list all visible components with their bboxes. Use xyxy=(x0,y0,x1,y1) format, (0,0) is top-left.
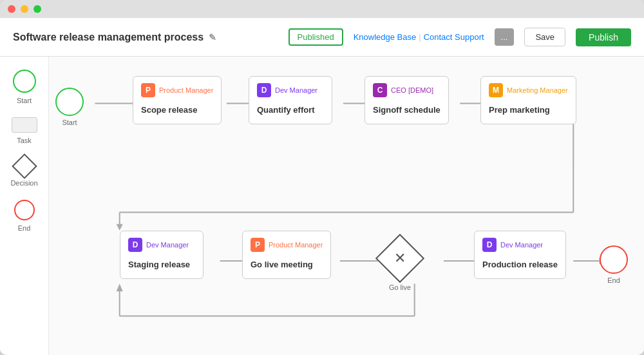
production-role: Dev Manager xyxy=(500,241,543,249)
scope-role: Product Manager xyxy=(159,86,213,94)
title-text: Software release management process xyxy=(13,32,204,43)
decision-node-wrap: ✕ Go live xyxy=(377,236,422,291)
prep-title: Prep marketing xyxy=(489,102,568,117)
header: Software release management process ✎ Pu… xyxy=(0,18,644,57)
sidebar-item-task[interactable]: Task xyxy=(12,117,37,144)
scope-title: Scope release xyxy=(141,102,213,117)
prep-badge: M xyxy=(489,83,503,97)
svg-marker-11 xyxy=(117,224,123,231)
quantify-title: Quantify effort xyxy=(257,102,324,117)
published-badge: Published xyxy=(289,28,343,46)
close-dot[interactable] xyxy=(8,5,15,13)
header-links: Knowledge Base | Contact Support xyxy=(354,32,484,42)
quantify-header: D Dev Manager xyxy=(257,83,324,97)
signoff-role: CEO [DEMO] xyxy=(391,86,433,94)
page-title: Software release management process ✎ xyxy=(13,32,278,43)
production-node[interactable]: D Dev Manager Production release xyxy=(474,231,566,279)
scope-badge: P xyxy=(141,83,155,97)
end-shape xyxy=(14,200,35,220)
sidebar-task-label: Task xyxy=(17,137,32,144)
canvas: Start P Product Manager Scope release D … xyxy=(49,57,644,355)
more-button[interactable]: ... xyxy=(495,28,515,46)
sidebar-item-start[interactable]: Start xyxy=(13,70,36,104)
titlebar xyxy=(0,0,644,18)
production-header: D Dev Manager xyxy=(482,238,558,252)
sidebar-item-decision[interactable]: Decision xyxy=(10,157,37,187)
prep-marketing-node[interactable]: M Marketing Manager Prep marketing xyxy=(480,76,576,124)
knowledge-base-link[interactable]: Knowledge Base xyxy=(354,32,417,42)
golive-title: Go live meeting xyxy=(251,257,323,272)
decision-shape xyxy=(12,153,37,179)
end-node-wrap: End xyxy=(600,245,628,284)
start-node-wrap: Start xyxy=(55,88,84,126)
decision-x-icon: ✕ xyxy=(394,250,406,267)
edit-icon[interactable]: ✎ xyxy=(209,32,216,43)
sidebar: Start Task Decision End xyxy=(0,57,49,355)
task-shape xyxy=(12,117,37,133)
staging-title: Staging release xyxy=(128,257,195,272)
prep-header: M Marketing Manager xyxy=(489,83,568,97)
signoff-header: C CEO [DEMO] xyxy=(373,83,440,97)
minimize-dot[interactable] xyxy=(21,5,28,13)
sidebar-decision-label: Decision xyxy=(10,179,37,187)
end-label: End xyxy=(607,276,620,284)
scope-header: P Product Manager xyxy=(141,83,213,97)
publish-button[interactable]: Publish xyxy=(576,28,631,46)
staging-role: Dev Manager xyxy=(146,241,189,249)
production-badge: D xyxy=(482,238,497,252)
svg-marker-23 xyxy=(117,283,123,291)
sidebar-end-label: End xyxy=(18,224,31,232)
quantify-badge: D xyxy=(257,83,271,97)
prep-role: Marketing Manager xyxy=(507,86,568,94)
staging-node[interactable]: D Dev Manager Staging release xyxy=(120,231,204,279)
golive-header: P Product Manager xyxy=(251,238,323,252)
staging-header: D Dev Manager xyxy=(128,238,195,252)
link-separator: | xyxy=(419,32,421,42)
decision-label: Go live xyxy=(389,283,411,291)
quantify-node[interactable]: D Dev Manager Quantify effort xyxy=(249,76,332,124)
start-node-label: Start xyxy=(62,119,77,126)
golive-meeting-node[interactable]: P Product Manager Go live meeting xyxy=(242,231,331,279)
golive-role: Product Manager xyxy=(269,241,323,249)
scope-release-node[interactable]: P Product Manager Scope release xyxy=(133,76,222,124)
start-circle[interactable] xyxy=(55,88,84,116)
signoff-badge: C xyxy=(373,83,387,97)
maximize-dot[interactable] xyxy=(33,5,41,13)
sidebar-item-end[interactable]: End xyxy=(14,200,35,232)
save-button[interactable]: Save xyxy=(524,28,565,46)
app-window: Software release management process ✎ Pu… xyxy=(0,0,644,355)
contact-support-link[interactable]: Contact Support xyxy=(424,32,484,42)
staging-badge: D xyxy=(128,238,142,252)
golive-badge: P xyxy=(251,238,265,252)
signoff-node[interactable]: C CEO [DEMO] Signoff schedule xyxy=(365,76,449,124)
main-content: Start Task Decision End xyxy=(0,57,644,355)
start-shape xyxy=(13,70,36,93)
quantify-role: Dev Manager xyxy=(275,86,317,94)
signoff-title: Signoff schedule xyxy=(373,102,440,117)
decision-diamond-container[interactable]: ✕ xyxy=(377,236,422,281)
sidebar-start-label: Start xyxy=(17,97,32,104)
end-circle[interactable] xyxy=(600,245,628,274)
production-title: Production release xyxy=(482,257,558,272)
